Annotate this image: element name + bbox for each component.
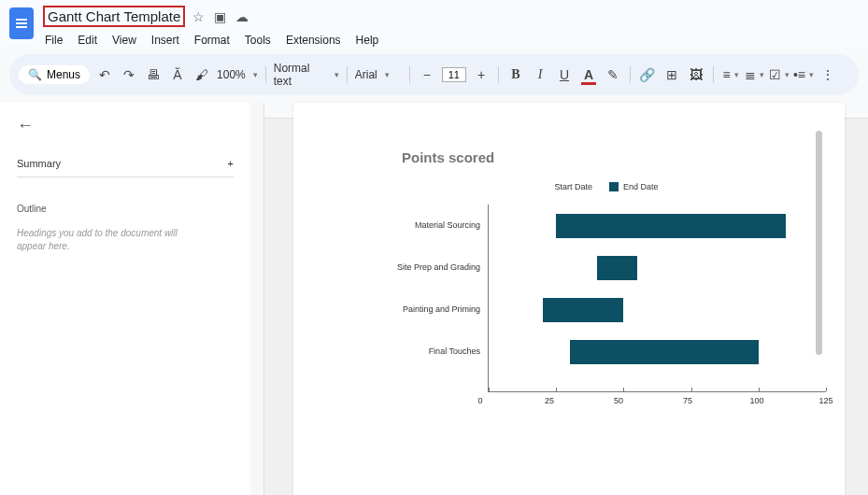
gantt-bar: [597, 256, 637, 280]
style-dropdown[interactable]: Normal text: [274, 62, 339, 88]
font-dropdown[interactable]: Arial: [355, 68, 402, 81]
cloud-status-icon: ☁: [235, 9, 249, 24]
back-arrow-icon[interactable]: ←: [17, 116, 234, 135]
legend-label-start: Start Date: [554, 182, 592, 191]
font-size-input[interactable]: 11: [442, 67, 466, 82]
add-comment-icon[interactable]: ⊞: [662, 65, 681, 84]
menu-file[interactable]: File: [45, 34, 63, 47]
x-tick-label: 50: [614, 396, 623, 405]
document-page[interactable]: Points scored Start Date End Date Materi…: [293, 103, 845, 495]
legend-swatch-end: [609, 182, 619, 191]
menu-view[interactable]: View: [112, 34, 136, 47]
underline-icon[interactable]: U: [555, 65, 574, 84]
star-icon[interactable]: ☆: [192, 9, 205, 24]
highlight-icon[interactable]: ✎: [604, 65, 622, 84]
chart-legend: Start Date End Date: [387, 182, 826, 191]
gantt-chart[interactable]: Points scored Start Date End Date Materi…: [387, 149, 826, 411]
menubar: File Edit View Insert Format Tools Exten…: [43, 34, 859, 47]
gantt-bar: [543, 298, 624, 322]
spellcheck-icon[interactable]: Ă: [168, 65, 187, 84]
search-menus-button[interactable]: 🔍 Menus: [19, 65, 90, 84]
summary-label: Summary: [17, 158, 61, 169]
x-tick-label: 25: [545, 396, 554, 405]
x-tick-label: 0: [477, 396, 482, 405]
document-title[interactable]: Gantt Chart Template: [43, 6, 185, 27]
add-summary-icon[interactable]: +: [228, 158, 234, 169]
undo-icon[interactable]: ↶: [95, 65, 114, 84]
bold-icon[interactable]: B: [506, 65, 525, 84]
menu-extensions[interactable]: Extensions: [286, 34, 341, 47]
outline-label: Outline: [17, 204, 234, 214]
toolbar: 🔍 Menus ↶ ↷ 🖶 Ă 🖌 100% Normal text Arial…: [9, 54, 859, 95]
vertical-ruler: [250, 103, 264, 495]
move-folder-icon[interactable]: ▣: [214, 9, 226, 24]
search-icon: 🔍: [28, 68, 42, 81]
gantt-bar: [570, 340, 759, 364]
legend-label-end: End Date: [623, 182, 659, 191]
docs-logo[interactable]: [9, 7, 34, 39]
plot-area: [488, 205, 826, 392]
chart-title: Points scored: [402, 149, 826, 165]
increase-font-icon[interactable]: +: [472, 65, 491, 84]
outline-hint: Headings you add to the document will ap…: [17, 227, 185, 253]
bulleted-list-icon[interactable]: •≡: [794, 65, 813, 84]
decrease-font-icon[interactable]: −: [418, 65, 436, 84]
menu-edit[interactable]: Edit: [78, 34, 97, 47]
insert-link-icon[interactable]: 🔗: [638, 65, 657, 84]
menu-format[interactable]: Format: [194, 34, 230, 47]
menu-tools[interactable]: Tools: [245, 34, 271, 47]
menu-help[interactable]: Help: [356, 34, 379, 47]
checklist-icon[interactable]: ☑: [770, 65, 789, 84]
x-tick-label: 100: [749, 396, 763, 405]
x-axis: 0255075100125: [480, 392, 826, 411]
text-color-icon[interactable]: A: [579, 65, 598, 84]
italic-icon[interactable]: I: [531, 65, 549, 84]
more-icon[interactable]: ⋮: [818, 65, 837, 84]
x-tick-label: 75: [683, 396, 692, 405]
zoom-dropdown[interactable]: 100%: [217, 68, 258, 81]
redo-icon[interactable]: ↷: [120, 65, 138, 84]
y-axis-labels: Material Sourcing Site Prep and Grading …: [387, 205, 488, 392]
gantt-bar: [556, 214, 785, 238]
align-icon[interactable]: ≡: [721, 65, 740, 84]
insert-image-icon[interactable]: 🖼: [687, 65, 705, 84]
x-tick-label: 125: [818, 396, 832, 405]
paint-format-icon[interactable]: 🖌: [192, 65, 211, 84]
outline-sidebar: ← Summary + Outline Headings you add to …: [0, 103, 250, 495]
line-spacing-icon[interactable]: ≣: [746, 65, 764, 84]
print-icon[interactable]: 🖶: [144, 65, 163, 84]
menu-insert[interactable]: Insert: [151, 34, 179, 47]
